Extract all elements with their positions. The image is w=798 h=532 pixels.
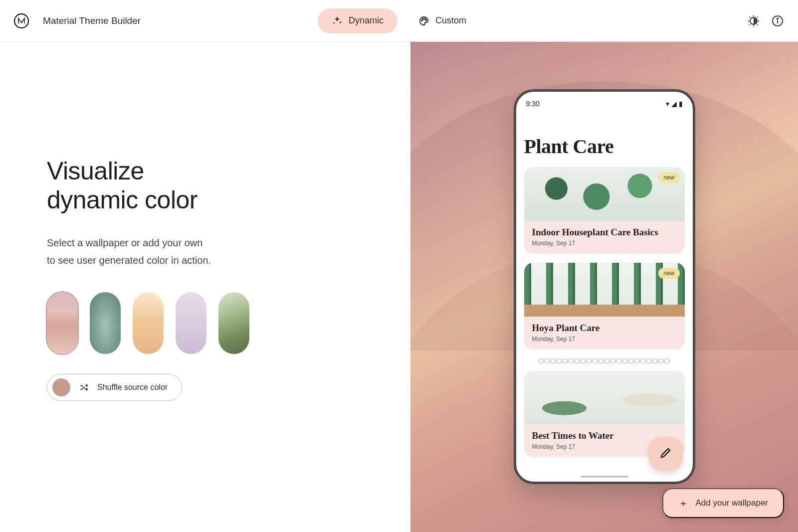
- new-badge: new: [658, 268, 679, 279]
- tab-custom[interactable]: Custom: [404, 8, 480, 33]
- plus-icon: ＋: [678, 498, 688, 508]
- shuffle-source-color-button[interactable]: Shuffle source color: [47, 374, 182, 401]
- hero-subtitle: Select a wallpaper or add your own to se…: [47, 234, 246, 269]
- shuffle-icon: [79, 383, 88, 392]
- status-bar: 9:30 ▾ ◢ ▮: [516, 92, 693, 111]
- card-title: Indoor Houseplant Care Basics: [532, 227, 677, 238]
- preview-card[interactable]: new Hoya Plant Care Monday, Sep 17: [524, 263, 685, 350]
- pencil-icon: [659, 446, 673, 462]
- theme-toggle-icon[interactable]: [747, 14, 760, 27]
- card-image: [524, 370, 685, 424]
- wifi-icon: ▾: [666, 100, 669, 107]
- card-date: Monday, Sep 17: [532, 336, 677, 343]
- mode-tabs: Dynamic Custom: [318, 8, 480, 33]
- svg-point-0: [421, 19, 422, 20]
- card-title: Hoya Plant Care: [532, 323, 677, 334]
- wallpaper-swatch-row: [47, 292, 410, 354]
- battery-icon: ▮: [679, 100, 683, 107]
- add-wallpaper-button[interactable]: ＋ Add your wallpaper: [662, 488, 784, 518]
- preview-app-title: Plant Care: [524, 135, 685, 158]
- source-color-dot: [52, 378, 70, 396]
- left-pane: Visualize dynamic color Select a wallpap…: [0, 42, 410, 532]
- shuffle-label: Shuffle source color: [97, 383, 168, 392]
- info-icon[interactable]: [771, 14, 784, 27]
- home-indicator: [581, 476, 628, 478]
- material-logo-icon: [14, 13, 29, 28]
- svg-point-3: [425, 19, 426, 20]
- signal-icon: ◢: [671, 100, 677, 107]
- add-wallpaper-label: Add your wallpaper: [695, 498, 768, 508]
- main-split: Visualize dynamic color Select a wallpap…: [0, 42, 798, 532]
- sparkle-icon: [332, 15, 343, 26]
- edit-fab[interactable]: [649, 437, 683, 471]
- card-date: Monday, Sep 17: [532, 240, 677, 247]
- svg-point-14: [777, 18, 778, 19]
- section-divider: [538, 358, 670, 363]
- svg-line-9: [757, 24, 758, 25]
- wallpaper-swatch-3[interactable]: [176, 292, 206, 354]
- svg-point-1: [422, 18, 423, 19]
- card-image: new: [524, 167, 685, 221]
- palette-icon: [418, 15, 429, 26]
- wallpaper-swatch-1[interactable]: [90, 292, 121, 354]
- tab-dynamic[interactable]: Dynamic: [318, 8, 398, 33]
- svg-line-11: [757, 16, 758, 17]
- card-image: new: [524, 263, 685, 317]
- status-time: 9:30: [526, 100, 540, 108]
- svg-line-8: [750, 16, 751, 17]
- new-badge: new: [658, 172, 679, 183]
- tab-label: Dynamic: [349, 15, 384, 26]
- wallpaper-swatch-0[interactable]: [47, 292, 78, 354]
- phone-preview: 9:30 ▾ ◢ ▮ Plant Care new Indoor Housepl…: [514, 89, 695, 484]
- app-title: Material Theme Builder: [43, 15, 141, 26]
- svg-point-2: [424, 18, 425, 19]
- wallpaper-swatch-2[interactable]: [133, 292, 164, 354]
- tab-label: Custom: [435, 15, 466, 26]
- status-icons: ▾ ◢ ▮: [666, 100, 683, 107]
- preview-pane: 9:30 ▾ ◢ ▮ Plant Care new Indoor Housepl…: [410, 42, 798, 532]
- app-header: Material Theme Builder Dynamic Custo: [0, 0, 798, 42]
- svg-line-10: [750, 24, 751, 25]
- wallpaper-swatch-4[interactable]: [218, 292, 249, 354]
- hero-title: Visualize dynamic color: [47, 157, 410, 214]
- preview-card[interactable]: new Indoor Houseplant Care Basics Monday…: [524, 167, 685, 254]
